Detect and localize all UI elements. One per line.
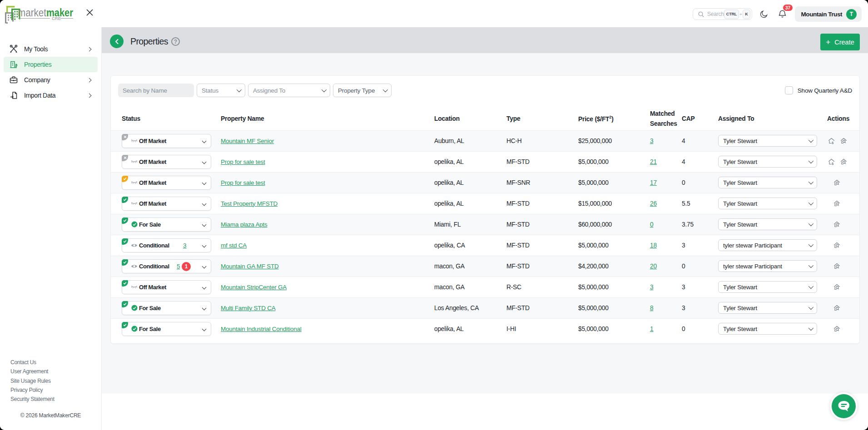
svg-text:CRE: CRE xyxy=(52,16,61,21)
svg-text:market: market xyxy=(18,6,46,19)
svg-text:$: $ xyxy=(832,141,833,144)
svg-text:$: $ xyxy=(832,162,833,165)
